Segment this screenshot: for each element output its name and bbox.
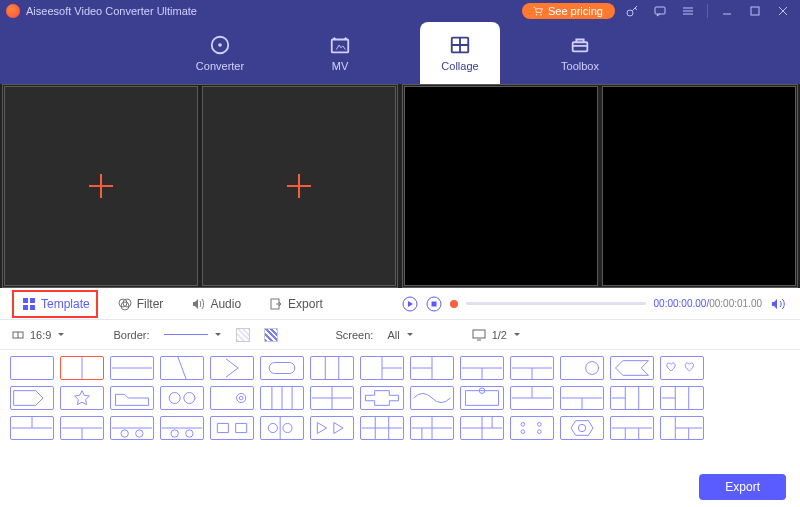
svg-rect-11: [30, 298, 35, 303]
template-thumb[interactable]: [60, 416, 104, 440]
border-style-select[interactable]: [164, 331, 222, 339]
template-thumb[interactable]: [110, 386, 154, 410]
page-select[interactable]: 1/2: [472, 329, 521, 341]
template-thumb[interactable]: [10, 356, 54, 380]
chat-icon[interactable]: [649, 0, 671, 22]
nav-converter[interactable]: Converter: [180, 22, 260, 84]
svg-point-6: [218, 43, 222, 47]
template-thumb[interactable]: [260, 356, 304, 380]
template-thumb[interactable]: [60, 386, 104, 410]
svg-point-68: [186, 430, 193, 437]
nav-mv[interactable]: MV: [300, 22, 380, 84]
template-thumb[interactable]: [210, 416, 254, 440]
template-thumb[interactable]: [210, 356, 254, 380]
playhead-dot[interactable]: [450, 300, 458, 308]
template-thumb[interactable]: [10, 386, 54, 410]
nav-toolbox[interactable]: Toolbox: [540, 22, 620, 84]
nav-label: MV: [332, 60, 349, 72]
template-thumb[interactable]: [610, 386, 654, 410]
template-thumb[interactable]: [310, 356, 354, 380]
template-thumb[interactable]: [310, 416, 354, 440]
border-pattern-2[interactable]: [264, 328, 278, 342]
page-value: 1/2: [492, 329, 507, 341]
template-thumb[interactable]: [560, 386, 604, 410]
play-button[interactable]: [402, 296, 418, 312]
template-thumb[interactable]: [410, 386, 454, 410]
close-button[interactable]: [772, 0, 794, 22]
see-pricing-button[interactable]: See pricing: [522, 3, 615, 19]
template-thumb[interactable]: [360, 356, 404, 380]
template-thumb[interactable]: [560, 416, 604, 440]
chevron-down-icon: [513, 331, 521, 339]
svg-rect-4: [751, 7, 759, 15]
screen-label: Screen:: [336, 329, 374, 341]
export-button[interactable]: Export: [699, 474, 786, 500]
svg-rect-26: [269, 363, 295, 374]
template-thumb[interactable]: [160, 416, 204, 440]
template-thumb[interactable]: [110, 356, 154, 380]
template-thumb[interactable]: [10, 416, 54, 440]
subtab-audio[interactable]: Audio: [177, 288, 255, 320]
screen-value: All: [387, 329, 399, 341]
template-thumb[interactable]: [660, 386, 704, 410]
svg-rect-20: [431, 301, 436, 306]
template-thumb[interactable]: [360, 416, 404, 440]
template-thumb[interactable]: [110, 416, 154, 440]
subtab-label: Filter: [137, 297, 164, 311]
collage-slot-2[interactable]: [202, 86, 396, 286]
svg-point-41: [239, 396, 243, 400]
template-thumb[interactable]: [210, 386, 254, 410]
template-thumb[interactable]: [510, 416, 554, 440]
options-row: 16:9 Border: Screen: All 1/2: [0, 320, 800, 350]
aspect-icon: [12, 329, 24, 341]
volume-button[interactable]: [770, 296, 786, 312]
template-thumb[interactable]: [560, 356, 604, 380]
template-thumb[interactable]: [460, 416, 504, 440]
template-thumb[interactable]: [510, 356, 554, 380]
svg-point-40: [237, 393, 246, 402]
key-icon[interactable]: [621, 0, 643, 22]
template-thumb[interactable]: [510, 386, 554, 410]
subtab-template[interactable]: Template: [8, 288, 104, 320]
nav-collage[interactable]: Collage: [420, 22, 500, 84]
svg-line-25: [178, 357, 186, 379]
monitor-icon: [472, 329, 486, 341]
template-thumb[interactable]: [60, 356, 104, 380]
template-thumb[interactable]: [360, 386, 404, 410]
template-thumb[interactable]: [410, 356, 454, 380]
svg-point-39: [184, 393, 195, 404]
maximize-button[interactable]: [744, 0, 766, 22]
svg-point-64: [121, 430, 128, 437]
menu-icon[interactable]: [677, 0, 699, 22]
stop-button[interactable]: [426, 296, 442, 312]
template-thumb[interactable]: [310, 386, 354, 410]
screen-select[interactable]: All: [387, 329, 413, 341]
template-thumb[interactable]: [460, 386, 504, 410]
seek-track[interactable]: [466, 302, 646, 305]
subtab-export[interactable]: Export: [255, 288, 337, 320]
preview-slot-1: [404, 86, 598, 286]
border-pattern-1[interactable]: [236, 328, 250, 342]
template-thumb[interactable]: [160, 386, 204, 410]
collage-slot-1[interactable]: [4, 86, 198, 286]
template-thumb[interactable]: [410, 416, 454, 440]
aspect-ratio-select[interactable]: 16:9: [12, 329, 65, 341]
subtab-filter[interactable]: Filter: [104, 288, 178, 320]
filter-icon: [118, 297, 132, 311]
svg-point-71: [268, 423, 277, 432]
svg-point-72: [283, 423, 292, 432]
template-thumb[interactable]: [610, 416, 654, 440]
template-thumb[interactable]: [660, 356, 704, 380]
svg-point-86: [538, 430, 542, 434]
template-thumb[interactable]: [460, 356, 504, 380]
template-thumb[interactable]: [160, 356, 204, 380]
template-thumb[interactable]: [260, 416, 304, 440]
main-nav: Converter MV Collage Toolbox: [0, 22, 800, 84]
template-thumb[interactable]: [260, 386, 304, 410]
app-logo: [6, 4, 20, 18]
export-button-label: Export: [725, 480, 760, 494]
minimize-button[interactable]: [716, 0, 738, 22]
time-duration: 00:00:01.00: [709, 298, 762, 309]
template-thumb[interactable]: [610, 356, 654, 380]
template-thumb[interactable]: [660, 416, 704, 440]
